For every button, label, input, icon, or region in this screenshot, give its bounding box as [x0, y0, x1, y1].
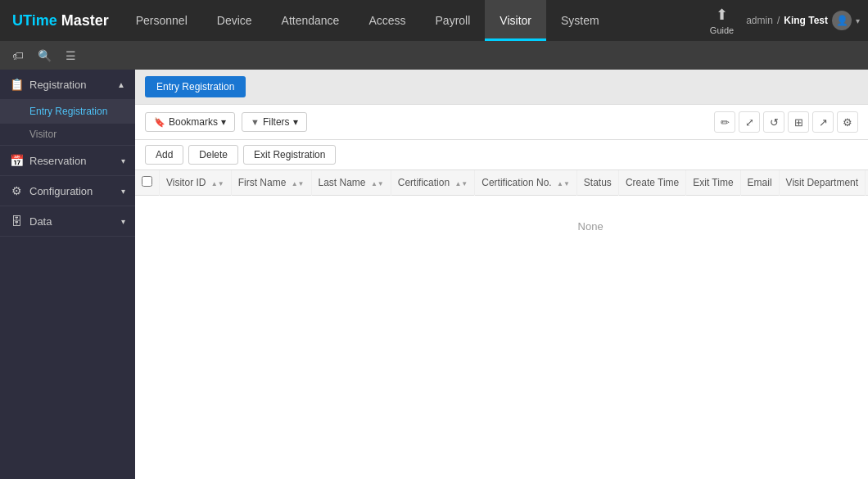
col-first-name[interactable]: First Name ▲▼ — [231, 170, 311, 196]
filters-label: Filters — [263, 116, 290, 128]
secondary-navigation: 🏷 🔍 ☰ — [0, 41, 868, 70]
select-all-header[interactable] — [135, 170, 160, 196]
col-create-time[interactable]: Create Time — [618, 170, 685, 196]
user-dropdown-icon: ▾ — [856, 16, 860, 25]
reservation-expand-icon: ▾ — [121, 156, 125, 165]
last-name-sort-icon: ▲▼ — [371, 181, 384, 188]
user-menu[interactable]: admin/King Test 👤 ▾ — [746, 11, 860, 30]
col-exit-time[interactable]: Exit Time — [686, 170, 740, 196]
share-icon-button[interactable]: ↗ — [812, 111, 834, 133]
sidebar-registration-label: Registration — [29, 79, 111, 91]
bookmarks-button[interactable]: 🔖 Bookmarks ▾ — [145, 112, 235, 132]
reservation-icon: 📅 — [10, 154, 23, 167]
user-avatar: 👤 — [832, 11, 852, 30]
logo-master: Master — [57, 12, 109, 29]
filter-icon: ▼ — [251, 117, 260, 127]
action-bar: Add Delete Exit Registration — [135, 140, 868, 170]
sidebar-section-reservation-header[interactable]: 📅 Reservation ▾ — [0, 146, 135, 175]
nav-item-system[interactable]: System — [546, 0, 614, 41]
app-logo[interactable]: UTime Master — [0, 0, 121, 41]
nav-item-visitor[interactable]: Visitor — [485, 0, 546, 41]
bookmarks-dropdown-icon: ▾ — [221, 116, 226, 128]
sidebar-section-registration-header[interactable]: 📋 Registration ▲ — [0, 70, 135, 99]
registration-expand-icon: ▲ — [117, 80, 125, 89]
filters-button[interactable]: ▼ Filters ▾ — [242, 112, 307, 132]
guide-button[interactable]: ⬆ Guide — [710, 6, 734, 35]
columns-icon-button[interactable]: ⊞ — [788, 111, 809, 133]
settings-icon-button[interactable]: ⚙ — [837, 111, 858, 133]
expand-icon-button[interactable]: ⤢ — [739, 111, 760, 133]
col-last-name[interactable]: Last Name ▲▼ — [311, 170, 391, 196]
user-admin-text: admin — [746, 15, 773, 26]
add-button[interactable]: Add — [145, 145, 183, 165]
nav-item-payroll[interactable]: Payroll — [421, 0, 486, 41]
first-name-sort-icon: ▲▼ — [292, 181, 305, 188]
registration-icon: 📋 — [10, 78, 23, 91]
sidebar-section-reservation: 📅 Reservation ▾ — [0, 146, 135, 176]
visitor-table: Visitor ID ▲▼ First Name ▲▼ Last Name ▲▼ — [135, 170, 868, 257]
logo-u: U — [12, 12, 23, 29]
col-host-visited[interactable]: Host/Visited — [866, 170, 868, 196]
col-visit-department[interactable]: Visit Department — [779, 170, 865, 196]
top-navigation: UTime Master Personnel Device Attendance… — [0, 0, 868, 41]
sidebar: 📋 Registration ▲ Entry Registration Visi… — [0, 70, 135, 479]
refresh-icon-button[interactable]: ↺ — [763, 111, 784, 133]
sidebar-section-data: 🗄 Data ▾ — [0, 206, 135, 237]
col-status[interactable]: Status — [576, 170, 618, 196]
sidebar-section-configuration: ⚙ Configuration ▾ — [0, 176, 135, 206]
certification-sort-icon: ▲▼ — [454, 181, 468, 188]
col-visitor-id[interactable]: Visitor ID ▲▼ — [160, 170, 232, 196]
col-email[interactable]: Email — [740, 170, 779, 196]
search-icon[interactable]: 🔍 — [34, 46, 54, 66]
page-content: Entry Registration 🔖 Bookmarks ▾ ▼ Filte… — [135, 70, 868, 479]
tag-icon[interactable]: 🏷 — [8, 46, 28, 66]
sidebar-section-registration: 📋 Registration ▲ Entry Registration Visi… — [0, 70, 135, 146]
guide-icon: ⬆ — [716, 6, 728, 24]
nav-item-attendance[interactable]: Attendance — [267, 0, 355, 41]
data-icon: 🗄 — [10, 215, 23, 228]
empty-table-row: None — [135, 196, 868, 258]
configuration-icon: ⚙ — [10, 184, 23, 197]
logo-time: Time — [23, 12, 57, 29]
sidebar-configuration-label: Configuration — [29, 185, 115, 197]
page-header: Entry Registration — [135, 70, 868, 105]
sidebar-item-visitor[interactable]: Visitor — [0, 124, 135, 145]
configuration-expand-icon: ▾ — [121, 187, 125, 196]
col-certification[interactable]: Certification ▲▼ — [391, 170, 475, 196]
sidebar-item-entry-registration[interactable]: Entry Registration — [0, 99, 135, 124]
main-nav-items: Personnel Device Attendance Access Payro… — [121, 0, 710, 41]
nav-right: ⬆ Guide admin/King Test 👤 ▾ — [710, 6, 868, 35]
select-all-checkbox[interactable] — [142, 176, 152, 187]
nav-item-device[interactable]: Device — [202, 0, 267, 41]
nav-item-personnel[interactable]: Personnel — [121, 0, 202, 41]
data-expand-icon: ▾ — [121, 217, 125, 226]
table-container: Visitor ID ▲▼ First Name ▲▼ Last Name ▲▼ — [135, 170, 868, 479]
sidebar-section-configuration-header[interactable]: ⚙ Configuration ▾ — [0, 176, 135, 206]
certification-no-sort-icon: ▲▼ — [557, 181, 570, 188]
filters-dropdown-icon: ▾ — [293, 116, 298, 128]
main-content: 📋 Registration ▲ Entry Registration Visi… — [0, 70, 868, 479]
user-slash: / — [777, 15, 780, 26]
toolbar-actions: ✏ ⤢ ↺ ⊞ ↗ ⚙ — [714, 111, 858, 133]
sidebar-section-data-header[interactable]: 🗄 Data ▾ — [0, 206, 135, 236]
edit-icon-button[interactable]: ✏ — [714, 111, 735, 133]
bookmark-icon: 🔖 — [154, 117, 165, 128]
exit-registration-button[interactable]: Exit Registration — [243, 145, 336, 165]
user-name-text: King Test — [784, 15, 828, 26]
bookmarks-label: Bookmarks — [169, 116, 218, 128]
nav-item-access[interactable]: Access — [354, 0, 420, 41]
entry-registration-tab[interactable]: Entry Registration — [145, 76, 246, 97]
sidebar-reservation-label: Reservation — [29, 155, 115, 167]
empty-table-text: None — [135, 196, 868, 258]
delete-button[interactable]: Delete — [188, 145, 238, 165]
col-certification-no[interactable]: Certification No. ▲▼ — [475, 170, 577, 196]
menu-icon[interactable]: ☰ — [61, 46, 80, 66]
visitor-id-sort-icon: ▲▼ — [211, 181, 224, 188]
toolbar: 🔖 Bookmarks ▾ ▼ Filters ▾ ✏ ⤢ ↺ ⊞ ↗ ⚙ — [135, 105, 868, 140]
guide-label: Guide — [710, 25, 734, 35]
sidebar-data-label: Data — [29, 215, 115, 228]
